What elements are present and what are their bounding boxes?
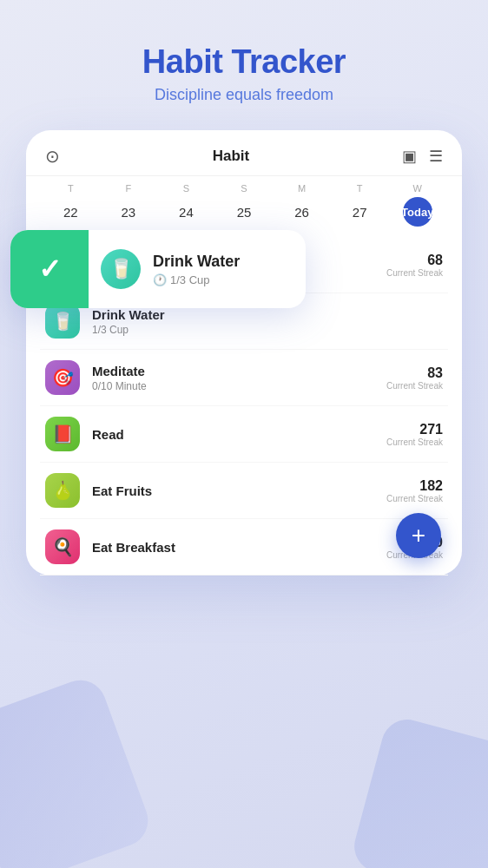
page-title: Habit Tracker (0, 43, 488, 81)
day-letter: S (157, 183, 215, 194)
day-number: 23 (114, 197, 143, 227)
calendar-day[interactable]: T 22 (42, 183, 100, 227)
habit-icon: 📕 (45, 417, 80, 451)
day-letter: T (331, 183, 389, 194)
habit-streak: 182 Current Streak (386, 478, 443, 503)
clock-icon: ⊙ (45, 146, 60, 167)
day-letter: S (215, 183, 274, 194)
habit-icon: 🎯 (45, 360, 80, 395)
floating-card[interactable]: ✓ 🥛 Drink Water 🕐 1/3 Cup (10, 230, 306, 308)
floating-habit-name: Drink Water (153, 253, 292, 271)
phone-card: ⊙ Habit ▣ ☰ T 22 F 23 S 24 S 25 M 26 T 2… (26, 130, 462, 575)
habit-streak: 271 Current Streak (386, 422, 443, 447)
floating-habit-icon: 🥛 (101, 249, 141, 289)
page-subtitle: Discipline equals freedom (0, 86, 488, 104)
habit-item[interactable]: 🎯Meditate0/10 Minute 83 Current Streak (40, 350, 448, 406)
calendar-day[interactable]: F 23 (100, 183, 158, 227)
habit-info: Read (92, 427, 386, 442)
day-letter: M (273, 183, 331, 194)
habit-name: Read (92, 427, 386, 442)
day-number: 24 (171, 197, 201, 227)
calendar-day[interactable]: S 24 (157, 183, 215, 227)
habit-item[interactable]: 🍐Eat Fruits 182 Current Streak (40, 463, 448, 519)
calendar-day[interactable]: W Today (388, 183, 446, 227)
streak-number: 68 (386, 253, 443, 268)
streak-number: 271 (386, 422, 443, 437)
habit-item[interactable]: 🍳Eat Breakfast 90 Current Streak (40, 519, 448, 575)
day-letter: F (100, 183, 158, 194)
check-button[interactable]: ✓ (10, 230, 89, 308)
habit-info: Drink Water1/3 Cup (92, 307, 443, 336)
calendar-day[interactable]: T 27 (331, 183, 389, 227)
floating-icon-emoji: 🥛 (109, 258, 133, 280)
day-number: 25 (229, 197, 259, 227)
checkmark-icon: ✓ (38, 253, 62, 286)
bg-shape-right (348, 713, 488, 868)
calendar-row: T 22 F 23 S 24 S 25 M 26 T 27 W Today (26, 176, 462, 237)
clock-small-icon: 🕐 (153, 273, 167, 286)
habit-item[interactable]: 📕Read 271 Current Streak (40, 406, 448, 463)
habit-emoji: 🍳 (52, 536, 74, 557)
floating-info: Drink Water 🕐 1/3 Cup (153, 239, 306, 300)
plus-icon: + (412, 522, 425, 549)
streak-label: Current Streak (386, 494, 443, 503)
list-icon[interactable]: ☰ (429, 147, 443, 166)
habit-emoji: 🎯 (52, 367, 74, 388)
habit-name: Eat Fruits (92, 483, 386, 498)
habit-info: Eat Fruits (92, 483, 386, 498)
floating-habit-sub: 🕐 1/3 Cup (153, 273, 292, 286)
streak-label: Current Streak (386, 268, 443, 278)
habit-emoji: 🥛 (52, 311, 74, 332)
habit-sub: 1/3 Cup (92, 324, 443, 336)
calendar-day[interactable]: S 25 (215, 183, 274, 227)
day-number: 27 (345, 197, 374, 227)
day-number: 22 (56, 197, 85, 227)
day-letter: W (388, 183, 446, 194)
habit-icon: 🍳 (45, 529, 80, 564)
habit-info: Meditate0/10 Minute (92, 364, 386, 392)
bg-shape-left (0, 673, 155, 868)
layout-icon[interactable]: ▣ (402, 147, 417, 166)
habit-streak: 68 Current Streak (386, 253, 443, 278)
top-bar: ⊙ Habit ▣ ☰ (26, 130, 462, 176)
header: Habit Tracker Discipline equals freedom (0, 0, 488, 130)
habit-name: Meditate (92, 364, 386, 378)
habit-emoji: 📕 (52, 424, 74, 444)
habit-icon: 🍐 (45, 473, 80, 508)
top-bar-icons: ▣ ☰ (402, 147, 443, 166)
streak-number: 182 (386, 478, 443, 494)
day-number: 26 (287, 197, 317, 227)
streak-label: Current Streak (386, 437, 443, 447)
habit-name: Drink Water (92, 307, 443, 322)
habit-name: Eat Breakfast (92, 540, 386, 555)
habit-icon: 🥛 (45, 304, 80, 339)
calendar-day[interactable]: M 26 (273, 183, 331, 227)
streak-label: Current Streak (386, 381, 443, 391)
streak-number: 83 (386, 365, 443, 381)
day-letter: T (42, 183, 100, 194)
add-habit-button[interactable]: + (396, 513, 441, 558)
top-bar-title: Habit (213, 148, 250, 165)
habit-sub: 0/10 Minute (92, 380, 386, 392)
habit-streak: 83 Current Streak (386, 365, 443, 391)
habit-emoji: 🍐 (52, 480, 74, 501)
day-number: Today (403, 197, 432, 227)
habit-info: Eat Breakfast (92, 540, 386, 555)
